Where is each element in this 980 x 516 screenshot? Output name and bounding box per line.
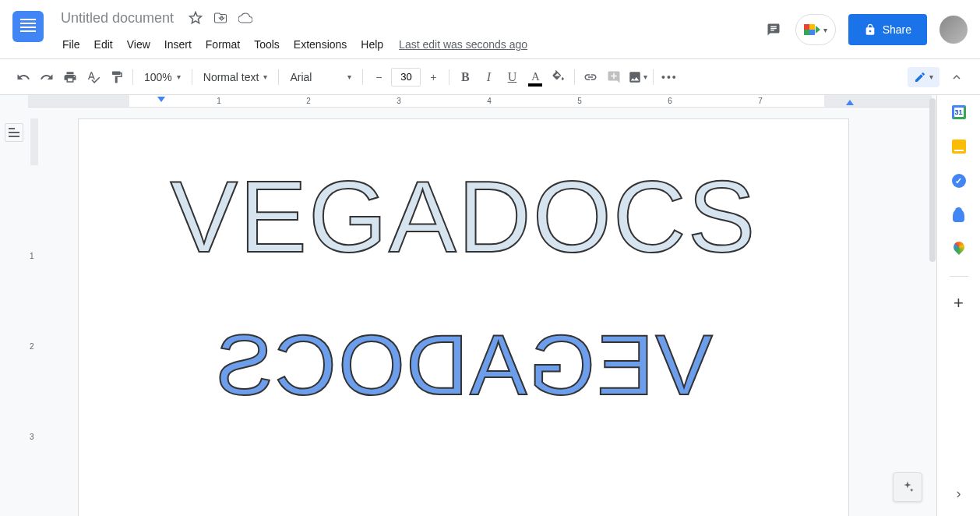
decrease-font-button[interactable]: − <box>368 66 390 88</box>
horizontal-ruler[interactable]: 1 2 3 4 5 6 7 <box>28 95 932 108</box>
print-button[interactable] <box>59 66 81 88</box>
wordart-mirrored[interactable]: VEGADOCS <box>133 322 794 408</box>
document-scroll[interactable]: 1 2 3 VEGADOCS VEGADOCS <box>0 108 936 516</box>
wordart-normal[interactable]: VEGADOCS <box>133 166 794 267</box>
scrollbar-track <box>929 95 936 469</box>
font-family-select[interactable]: Arial▾ <box>284 66 358 88</box>
zoom-select[interactable]: 100%▾ <box>138 66 187 88</box>
document-page[interactable]: VEGADOCS VEGADOCS <box>78 118 849 516</box>
canvas-area: 1 2 3 4 5 6 7 1 2 3 VEGADOCS VEGADOCS <box>0 95 936 516</box>
share-button[interactable]: Share <box>848 14 927 45</box>
redo-button[interactable] <box>36 66 58 88</box>
menu-bar: File Edit View Insert Format Tools Exten… <box>56 33 764 56</box>
underline-button[interactable]: U <box>501 66 523 88</box>
right-indent-marker[interactable] <box>846 100 854 105</box>
separator <box>362 69 363 85</box>
separator <box>574 69 575 85</box>
calendar-app-icon[interactable] <box>951 104 967 120</box>
header-actions: ▾ Share <box>764 14 968 45</box>
separator <box>653 69 654 85</box>
bold-button[interactable]: B <box>454 66 476 88</box>
separator <box>132 69 133 85</box>
hide-menus-button[interactable] <box>946 66 968 88</box>
menu-format[interactable]: Format <box>199 35 246 54</box>
comments-icon[interactable] <box>764 20 783 39</box>
contacts-app-icon[interactable] <box>951 207 967 223</box>
account-avatar[interactable] <box>939 16 968 44</box>
collapse-sidepanel-button[interactable]: › <box>957 486 961 502</box>
menu-edit[interactable]: Edit <box>88 35 119 54</box>
move-icon[interactable] <box>213 10 228 26</box>
get-addons-button[interactable]: + <box>951 295 967 311</box>
dropdown-arrow-icon: ▾ <box>929 72 933 81</box>
separator <box>192 69 192 85</box>
editing-mode-button[interactable]: ▾ <box>908 67 939 87</box>
separator <box>449 69 449 85</box>
separator <box>278 69 279 85</box>
cloud-status-icon[interactable] <box>238 10 253 26</box>
undo-button[interactable] <box>12 66 34 88</box>
spellcheck-button[interactable] <box>83 66 104 88</box>
share-label: Share <box>883 23 911 36</box>
dropdown-arrow-icon: ▾ <box>823 26 827 34</box>
menu-insert[interactable]: Insert <box>158 35 198 54</box>
menu-file[interactable]: File <box>56 35 86 54</box>
highlight-color-button[interactable] <box>548 66 569 88</box>
vertical-ruler[interactable]: 1 2 3 <box>28 108 41 516</box>
insert-link-button[interactable] <box>580 66 601 88</box>
insert-image-button[interactable]: ▾ <box>626 66 648 88</box>
italic-button[interactable]: I <box>478 66 499 88</box>
title-row: Untitled document <box>56 6 764 30</box>
last-edit-link[interactable]: Last edit was seconds ago <box>399 38 527 51</box>
more-tools-button[interactable]: ••• <box>658 66 680 88</box>
app-header: Untitled document File Edit View Insert … <box>0 0 980 59</box>
star-icon[interactable] <box>188 10 203 26</box>
outline-gutter <box>0 108 28 516</box>
increase-font-button[interactable]: + <box>422 66 444 88</box>
left-indent-marker[interactable] <box>157 97 165 102</box>
workspace: 1 2 3 4 5 6 7 1 2 3 VEGADOCS VEGADOCS <box>0 95 980 516</box>
menu-tools[interactable]: Tools <box>248 35 286 54</box>
dropdown-arrow-icon: ▾ <box>347 72 351 81</box>
tasks-app-icon[interactable] <box>951 173 967 189</box>
font-size-group: − + <box>368 66 444 88</box>
title-area: Untitled document File Edit View Insert … <box>56 6 764 56</box>
menu-extensions[interactable]: Extensions <box>287 35 353 54</box>
maps-app-icon[interactable] <box>951 242 967 257</box>
docs-logo[interactable] <box>12 11 44 42</box>
keep-app-icon[interactable] <box>951 139 967 154</box>
menu-view[interactable]: View <box>121 35 157 54</box>
add-comment-button[interactable] <box>603 66 625 88</box>
font-size-input[interactable] <box>391 68 421 87</box>
meet-button[interactable]: ▾ <box>795 14 836 45</box>
dropdown-arrow-icon: ▾ <box>643 72 647 81</box>
explore-button[interactable] <box>893 472 922 502</box>
dropdown-arrow-icon: ▾ <box>177 72 181 81</box>
menu-help[interactable]: Help <box>354 35 390 54</box>
toolbar: 100%▾ Normal text▾ Arial▾ − + B I U A ▾ … <box>0 59 980 95</box>
side-panel: + › <box>936 95 980 516</box>
dropdown-arrow-icon: ▾ <box>263 72 267 81</box>
paint-format-button[interactable] <box>106 66 128 88</box>
text-color-button[interactable]: A <box>524 66 546 88</box>
outline-toggle-button[interactable] <box>5 123 23 142</box>
paragraph-style-select[interactable]: Normal text▾ <box>197 66 274 88</box>
document-title[interactable]: Untitled document <box>56 9 178 28</box>
scrollbar-thumb[interactable] <box>929 98 936 262</box>
toolbar-right: ▾ <box>908 66 968 88</box>
